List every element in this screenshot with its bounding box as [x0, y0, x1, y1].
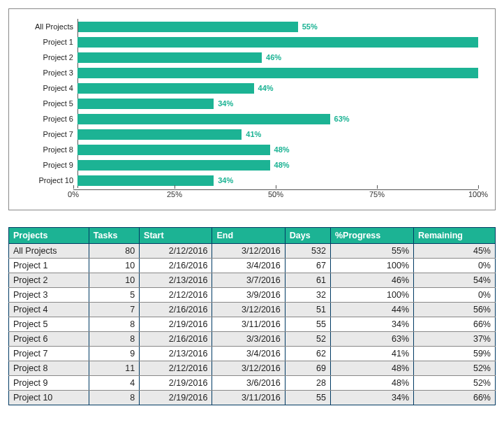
bar-row: All Projects55% [16, 19, 478, 34]
bar-row: Project 3 [16, 65, 478, 80]
bar-row: Project 663% [16, 111, 478, 126]
table-cell: 2/12/2016 [140, 288, 212, 303]
table-cell: 3/12/2016 [212, 244, 285, 259]
table-cell: 4 [89, 376, 139, 391]
table-cell: 0% [414, 259, 496, 273]
table-cell: 3/7/2016 [212, 273, 285, 288]
table-cell: 3/3/2016 [212, 332, 285, 347]
table-cell: 48% [330, 361, 413, 376]
table-cell: 3/4/2016 [212, 259, 285, 273]
bar-value-label: 48% [270, 161, 290, 169]
x-tick-label: 0% [68, 190, 79, 198]
table-cell: 69 [285, 361, 330, 376]
table-header-cell: Tasks [89, 228, 139, 244]
table-row: Project 472/16/20163/12/20165144%56% [9, 303, 496, 317]
table-cell: 55 [285, 391, 330, 405]
table-cell: Project 4 [9, 303, 89, 317]
progress-bar-chart: All Projects55%Project 1Project 246%Proj… [8, 8, 496, 210]
table-cell: Project 10 [9, 391, 89, 405]
chart-bars: All Projects55%Project 1Project 246%Proj… [16, 19, 478, 188]
bar-category-label: Project 9 [16, 161, 77, 169]
bar-fill [77, 145, 270, 155]
table-cell: 55% [330, 244, 413, 259]
table-cell: 2/13/2016 [140, 347, 212, 361]
bar-value-label: 34% [214, 176, 233, 184]
table-cell: 3/11/2016 [212, 317, 285, 332]
bar-value-label: 44% [254, 84, 274, 92]
table-cell: 2/12/2016 [140, 361, 212, 376]
bar-fill [77, 68, 478, 78]
table-cell: 2/16/2016 [140, 332, 212, 347]
table-cell: 2/19/2016 [140, 391, 212, 405]
table-cell: 8 [89, 391, 139, 405]
bar-row: Project 948% [16, 157, 478, 173]
bar-row: Project 246% [16, 50, 478, 65]
table-cell: 37% [414, 332, 496, 347]
x-tick-label: 50% [268, 190, 283, 198]
table-cell: Project 5 [9, 317, 89, 332]
table-row: Project 2102/13/20163/7/20166146%54% [9, 273, 496, 288]
table-cell: 63% [330, 332, 413, 347]
table-cell: 10 [89, 259, 139, 273]
table-row: Project 1102/16/20163/4/201667100%0% [9, 259, 496, 273]
table-header-row: ProjectsTasksStartEndDays%ProgressRemain… [9, 228, 496, 244]
table-cell: 3/12/2016 [212, 361, 285, 376]
bar-fill [77, 129, 242, 140]
table-cell: 11 [89, 361, 139, 376]
table-cell: Project 3 [9, 288, 89, 303]
table-cell: 52 [285, 332, 330, 347]
table-cell: 55 [285, 317, 330, 332]
bar-fill [77, 83, 254, 94]
bar-row: Project 534% [16, 96, 478, 111]
bar-category-label: Project 7 [16, 130, 77, 138]
table-cell: 67 [285, 259, 330, 273]
table-cell: Project 2 [9, 273, 89, 288]
projects-table: ProjectsTasksStartEndDays%ProgressRemain… [8, 227, 496, 405]
table-cell: Project 7 [9, 347, 89, 361]
table-header-cell: Remaining [414, 228, 496, 244]
bar-fill [77, 175, 214, 186]
table-cell: All Projects [9, 244, 89, 259]
table-cell: 52% [414, 361, 496, 376]
bar-value-label: 41% [242, 130, 261, 138]
table-cell: Project 8 [9, 361, 89, 376]
bar-row: Project 1 [16, 34, 478, 50]
table-cell: 3/12/2016 [212, 303, 285, 317]
bar-row: Project 741% [16, 126, 478, 142]
bar-category-label: Project 2 [16, 53, 77, 61]
table-cell: Project 1 [9, 259, 89, 273]
table-cell: 52% [414, 376, 496, 391]
bar-value-label: 63% [330, 115, 350, 123]
table-cell: Project 6 [9, 332, 89, 347]
bar-category-label: Project 1 [16, 38, 77, 46]
table-cell: 100% [330, 288, 413, 303]
table-header-cell: Start [140, 228, 212, 244]
table-cell: 8 [89, 332, 139, 347]
table-cell: 62 [285, 347, 330, 361]
bar-category-label: Project 4 [16, 84, 77, 92]
table-row: Project 682/16/20163/3/20165263%37% [9, 332, 496, 347]
table-row: Project 1082/19/20163/11/20165534%66% [9, 391, 496, 405]
bar-category-label: Project 8 [16, 145, 77, 154]
bar-category-label: Project 3 [16, 68, 77, 77]
table-cell: 46% [330, 273, 413, 288]
table-cell: 3/9/2016 [212, 288, 285, 303]
table-cell: 32 [285, 288, 330, 303]
table-row: Project 8112/12/20163/12/20166948%52% [9, 361, 496, 376]
table-cell: 7 [89, 303, 139, 317]
table-cell: 45% [414, 244, 496, 259]
bar-fill [77, 22, 298, 32]
table-header-cell: Days [285, 228, 330, 244]
table-cell: 0% [414, 288, 496, 303]
bar-value-label: 48% [270, 145, 290, 154]
table-cell: 2/13/2016 [140, 273, 212, 288]
table-cell: 34% [330, 391, 413, 405]
bar-value-label: 34% [214, 99, 233, 108]
table-cell: 3/11/2016 [212, 391, 285, 405]
table-cell: 100% [330, 259, 413, 273]
chart-x-axis: 0%25%50%75%100% [73, 190, 478, 203]
table-row: Project 582/19/20163/11/20165534%66% [9, 317, 496, 332]
table-cell: 10 [89, 273, 139, 288]
bar-fill [77, 99, 214, 109]
x-tick-label: 75% [369, 190, 385, 198]
